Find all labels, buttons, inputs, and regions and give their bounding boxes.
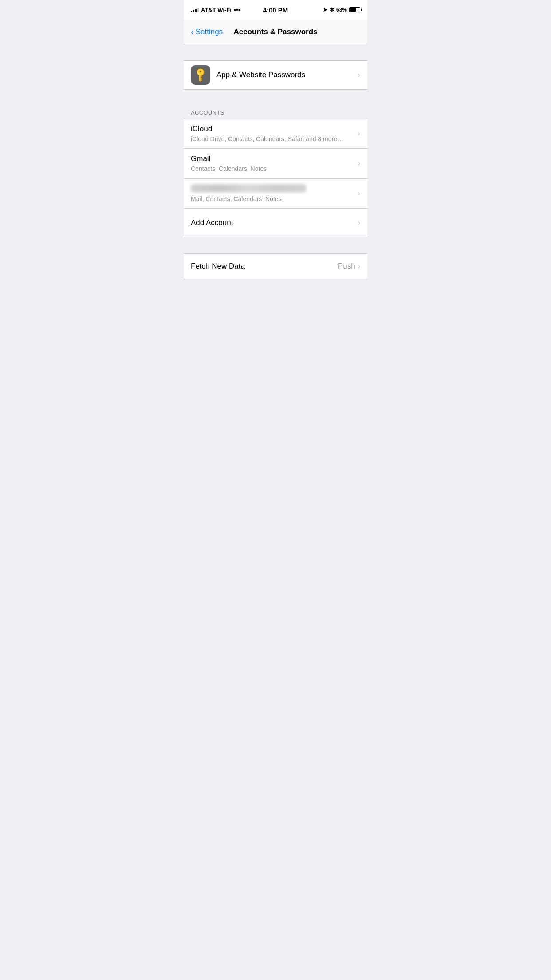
signal-bar-2 bbox=[193, 10, 194, 12]
signal-bars-icon bbox=[191, 7, 199, 12]
accounts-gap bbox=[184, 90, 367, 106]
passwords-item-title: App & Website Passwords bbox=[216, 70, 358, 80]
battery-icon bbox=[349, 7, 360, 12]
gmail-item[interactable]: Gmail Contacts, Calendars, Notes › bbox=[184, 149, 367, 178]
status-bar: AT&T Wi-Fi ▪•▪ 4:00 PM ➤ ✱ 63% bbox=[184, 0, 367, 20]
fetch-chevron-icon: › bbox=[358, 262, 360, 270]
add-account-item[interactable]: Add Account › bbox=[184, 209, 367, 237]
battery-percent-label: 63% bbox=[336, 7, 347, 13]
bluetooth-icon: ✱ bbox=[330, 7, 334, 13]
fetch-section: Fetch New Data Push › bbox=[184, 253, 367, 279]
blurred-account-title bbox=[191, 184, 358, 194]
add-account-title: Add Account bbox=[191, 218, 358, 228]
icloud-chevron-icon: › bbox=[358, 130, 360, 138]
status-left: AT&T Wi-Fi ▪•▪ bbox=[191, 6, 240, 13]
status-time: 4:00 PM bbox=[263, 6, 288, 14]
blurred-account-chevron-icon: › bbox=[358, 190, 360, 198]
icloud-subtitle: iCloud Drive, Contacts, Calendars, Safar… bbox=[191, 135, 358, 143]
blurred-account-subtitle: Mail, Contacts, Calendars, Notes bbox=[191, 195, 358, 203]
bottom-gap bbox=[184, 279, 367, 412]
back-button[interactable]: ‹ Settings bbox=[191, 28, 223, 36]
icloud-title: iCloud bbox=[191, 124, 358, 134]
fetch-title: Fetch New Data bbox=[191, 262, 338, 271]
icloud-content: iCloud iCloud Drive, Contacts, Calendars… bbox=[191, 119, 358, 148]
signal-bar-4 bbox=[197, 8, 199, 12]
location-icon: ➤ bbox=[323, 7, 327, 13]
passwords-item[interactable]: 🔑 App & Website Passwords › bbox=[184, 61, 367, 89]
gmail-title: Gmail bbox=[191, 154, 358, 164]
blurred-account-item[interactable]: Mail, Contacts, Calendars, Notes › bbox=[184, 179, 367, 209]
gmail-content: Gmail Contacts, Calendars, Notes bbox=[191, 149, 358, 178]
top-gap bbox=[184, 44, 367, 60]
fetch-value: Push bbox=[338, 262, 355, 271]
carrier-label: AT&T Wi-Fi bbox=[201, 7, 232, 13]
fetch-item[interactable]: Fetch New Data Push › bbox=[184, 254, 367, 279]
passwords-section: 🔑 App & Website Passwords › bbox=[184, 60, 367, 90]
back-chevron-icon: ‹ bbox=[191, 27, 194, 36]
signal-bar-3 bbox=[195, 9, 197, 12]
content: 🔑 App & Website Passwords › ACCOUNTS iCl… bbox=[184, 44, 367, 412]
fetch-gap bbox=[184, 237, 367, 253]
battery-fill bbox=[350, 8, 356, 12]
back-label: Settings bbox=[196, 28, 223, 36]
gmail-subtitle: Contacts, Calendars, Notes bbox=[191, 165, 358, 173]
passwords-chevron-icon: › bbox=[358, 71, 360, 79]
add-account-content: Add Account bbox=[191, 213, 358, 233]
accounts-list: iCloud iCloud Drive, Contacts, Calendars… bbox=[184, 119, 367, 237]
add-account-chevron-icon: › bbox=[358, 219, 360, 227]
nav-bar: ‹ Settings Accounts & Passwords bbox=[184, 20, 367, 44]
key-icon-container: 🔑 bbox=[191, 65, 210, 85]
blurred-text-block bbox=[191, 184, 306, 192]
battery-indicator bbox=[349, 7, 360, 12]
gmail-chevron-icon: › bbox=[358, 159, 360, 167]
blurred-account-content: Mail, Contacts, Calendars, Notes bbox=[191, 179, 358, 208]
page-title: Accounts & Passwords bbox=[234, 28, 318, 36]
status-right: ➤ ✱ 63% bbox=[323, 7, 360, 13]
accounts-section-header: ACCOUNTS bbox=[184, 106, 367, 119]
icloud-item[interactable]: iCloud iCloud Drive, Contacts, Calendars… bbox=[184, 119, 367, 149]
key-icon: 🔑 bbox=[192, 67, 209, 83]
passwords-item-content: App & Website Passwords bbox=[216, 65, 358, 85]
wifi-icon: ▪•▪ bbox=[234, 6, 240, 13]
signal-bar-1 bbox=[191, 11, 192, 12]
